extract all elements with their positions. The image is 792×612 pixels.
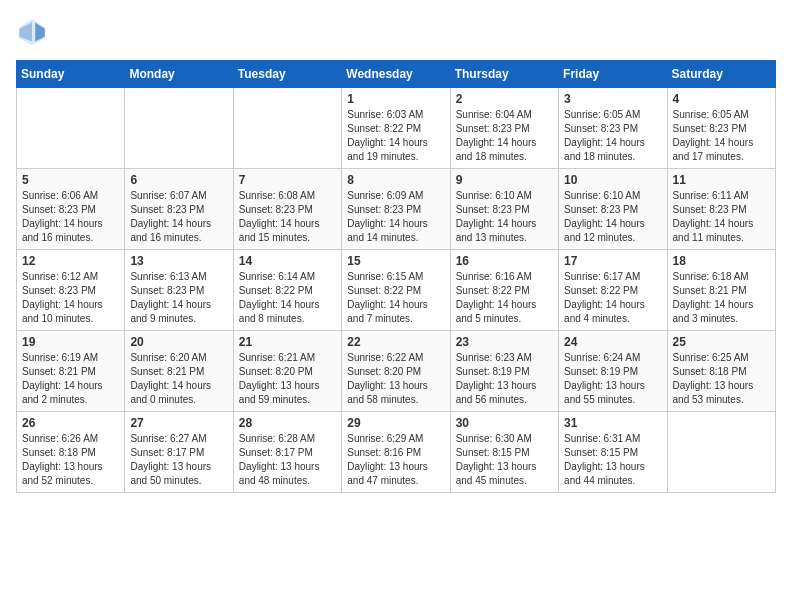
calendar-cell: 15Sunrise: 6:15 AM Sunset: 8:22 PM Dayli… (342, 250, 450, 331)
day-info: Sunrise: 6:20 AM Sunset: 8:21 PM Dayligh… (130, 351, 227, 407)
day-number: 20 (130, 335, 227, 349)
day-info: Sunrise: 6:08 AM Sunset: 8:23 PM Dayligh… (239, 189, 336, 245)
day-number: 9 (456, 173, 553, 187)
day-info: Sunrise: 6:15 AM Sunset: 8:22 PM Dayligh… (347, 270, 444, 326)
day-info: Sunrise: 6:09 AM Sunset: 8:23 PM Dayligh… (347, 189, 444, 245)
calendar-cell: 4Sunrise: 6:05 AM Sunset: 8:23 PM Daylig… (667, 88, 775, 169)
calendar-cell: 3Sunrise: 6:05 AM Sunset: 8:23 PM Daylig… (559, 88, 667, 169)
day-info: Sunrise: 6:19 AM Sunset: 8:21 PM Dayligh… (22, 351, 119, 407)
day-number: 23 (456, 335, 553, 349)
dow-header: Tuesday (233, 61, 341, 88)
calendar-cell: 2Sunrise: 6:04 AM Sunset: 8:23 PM Daylig… (450, 88, 558, 169)
day-number: 2 (456, 92, 553, 106)
day-number: 18 (673, 254, 770, 268)
calendar-cell: 22Sunrise: 6:22 AM Sunset: 8:20 PM Dayli… (342, 331, 450, 412)
calendar-cell: 9Sunrise: 6:10 AM Sunset: 8:23 PM Daylig… (450, 169, 558, 250)
day-number: 17 (564, 254, 661, 268)
day-info: Sunrise: 6:18 AM Sunset: 8:21 PM Dayligh… (673, 270, 770, 326)
day-number: 3 (564, 92, 661, 106)
calendar-week-row: 26Sunrise: 6:26 AM Sunset: 8:18 PM Dayli… (17, 412, 776, 493)
day-info: Sunrise: 6:10 AM Sunset: 8:23 PM Dayligh… (564, 189, 661, 245)
day-info: Sunrise: 6:21 AM Sunset: 8:20 PM Dayligh… (239, 351, 336, 407)
calendar-week-row: 5Sunrise: 6:06 AM Sunset: 8:23 PM Daylig… (17, 169, 776, 250)
calendar-cell: 30Sunrise: 6:30 AM Sunset: 8:15 PM Dayli… (450, 412, 558, 493)
day-number: 1 (347, 92, 444, 106)
calendar-cell: 29Sunrise: 6:29 AM Sunset: 8:16 PM Dayli… (342, 412, 450, 493)
day-number: 22 (347, 335, 444, 349)
day-number: 6 (130, 173, 227, 187)
calendar-cell: 26Sunrise: 6:26 AM Sunset: 8:18 PM Dayli… (17, 412, 125, 493)
calendar-week-row: 19Sunrise: 6:19 AM Sunset: 8:21 PM Dayli… (17, 331, 776, 412)
calendar-cell: 16Sunrise: 6:16 AM Sunset: 8:22 PM Dayli… (450, 250, 558, 331)
calendar-table: SundayMondayTuesdayWednesdayThursdayFrid… (16, 60, 776, 493)
calendar-cell (233, 88, 341, 169)
day-number: 7 (239, 173, 336, 187)
day-number: 29 (347, 416, 444, 430)
calendar-cell: 11Sunrise: 6:11 AM Sunset: 8:23 PM Dayli… (667, 169, 775, 250)
calendar-cell: 17Sunrise: 6:17 AM Sunset: 8:22 PM Dayli… (559, 250, 667, 331)
calendar-cell: 31Sunrise: 6:31 AM Sunset: 8:15 PM Dayli… (559, 412, 667, 493)
calendar-cell: 27Sunrise: 6:27 AM Sunset: 8:17 PM Dayli… (125, 412, 233, 493)
dow-header: Sunday (17, 61, 125, 88)
dow-header: Friday (559, 61, 667, 88)
calendar-cell: 10Sunrise: 6:10 AM Sunset: 8:23 PM Dayli… (559, 169, 667, 250)
day-info: Sunrise: 6:28 AM Sunset: 8:17 PM Dayligh… (239, 432, 336, 488)
dow-header: Saturday (667, 61, 775, 88)
calendar-cell: 18Sunrise: 6:18 AM Sunset: 8:21 PM Dayli… (667, 250, 775, 331)
day-info: Sunrise: 6:05 AM Sunset: 8:23 PM Dayligh… (673, 108, 770, 164)
dow-header: Monday (125, 61, 233, 88)
calendar-cell: 5Sunrise: 6:06 AM Sunset: 8:23 PM Daylig… (17, 169, 125, 250)
day-number: 27 (130, 416, 227, 430)
day-number: 15 (347, 254, 444, 268)
calendar-cell: 19Sunrise: 6:19 AM Sunset: 8:21 PM Dayli… (17, 331, 125, 412)
calendar-week-row: 1Sunrise: 6:03 AM Sunset: 8:22 PM Daylig… (17, 88, 776, 169)
day-number: 28 (239, 416, 336, 430)
day-info: Sunrise: 6:05 AM Sunset: 8:23 PM Dayligh… (564, 108, 661, 164)
calendar-week-row: 12Sunrise: 6:12 AM Sunset: 8:23 PM Dayli… (17, 250, 776, 331)
day-number: 24 (564, 335, 661, 349)
dow-header: Thursday (450, 61, 558, 88)
day-number: 11 (673, 173, 770, 187)
logo (16, 16, 52, 48)
calendar-cell (667, 412, 775, 493)
day-info: Sunrise: 6:06 AM Sunset: 8:23 PM Dayligh… (22, 189, 119, 245)
day-number: 21 (239, 335, 336, 349)
day-number: 5 (22, 173, 119, 187)
calendar-cell: 6Sunrise: 6:07 AM Sunset: 8:23 PM Daylig… (125, 169, 233, 250)
calendar-cell: 13Sunrise: 6:13 AM Sunset: 8:23 PM Dayli… (125, 250, 233, 331)
day-info: Sunrise: 6:11 AM Sunset: 8:23 PM Dayligh… (673, 189, 770, 245)
day-number: 12 (22, 254, 119, 268)
day-number: 8 (347, 173, 444, 187)
day-info: Sunrise: 6:04 AM Sunset: 8:23 PM Dayligh… (456, 108, 553, 164)
page-header (16, 16, 776, 48)
day-number: 25 (673, 335, 770, 349)
calendar-cell: 24Sunrise: 6:24 AM Sunset: 8:19 PM Dayli… (559, 331, 667, 412)
day-info: Sunrise: 6:14 AM Sunset: 8:22 PM Dayligh… (239, 270, 336, 326)
day-number: 13 (130, 254, 227, 268)
day-info: Sunrise: 6:12 AM Sunset: 8:23 PM Dayligh… (22, 270, 119, 326)
day-number: 4 (673, 92, 770, 106)
day-info: Sunrise: 6:23 AM Sunset: 8:19 PM Dayligh… (456, 351, 553, 407)
day-number: 30 (456, 416, 553, 430)
calendar-cell (17, 88, 125, 169)
day-info: Sunrise: 6:22 AM Sunset: 8:20 PM Dayligh… (347, 351, 444, 407)
calendar-cell: 12Sunrise: 6:12 AM Sunset: 8:23 PM Dayli… (17, 250, 125, 331)
calendar-cell: 14Sunrise: 6:14 AM Sunset: 8:22 PM Dayli… (233, 250, 341, 331)
calendar-cell: 7Sunrise: 6:08 AM Sunset: 8:23 PM Daylig… (233, 169, 341, 250)
day-info: Sunrise: 6:03 AM Sunset: 8:22 PM Dayligh… (347, 108, 444, 164)
calendar-cell (125, 88, 233, 169)
day-info: Sunrise: 6:17 AM Sunset: 8:22 PM Dayligh… (564, 270, 661, 326)
day-info: Sunrise: 6:27 AM Sunset: 8:17 PM Dayligh… (130, 432, 227, 488)
day-info: Sunrise: 6:29 AM Sunset: 8:16 PM Dayligh… (347, 432, 444, 488)
day-info: Sunrise: 6:24 AM Sunset: 8:19 PM Dayligh… (564, 351, 661, 407)
day-number: 16 (456, 254, 553, 268)
logo-icon (16, 16, 48, 48)
calendar-body: 1Sunrise: 6:03 AM Sunset: 8:22 PM Daylig… (17, 88, 776, 493)
calendar-cell: 21Sunrise: 6:21 AM Sunset: 8:20 PM Dayli… (233, 331, 341, 412)
day-info: Sunrise: 6:25 AM Sunset: 8:18 PM Dayligh… (673, 351, 770, 407)
day-info: Sunrise: 6:26 AM Sunset: 8:18 PM Dayligh… (22, 432, 119, 488)
calendar-cell: 1Sunrise: 6:03 AM Sunset: 8:22 PM Daylig… (342, 88, 450, 169)
day-info: Sunrise: 6:16 AM Sunset: 8:22 PM Dayligh… (456, 270, 553, 326)
calendar-cell: 23Sunrise: 6:23 AM Sunset: 8:19 PM Dayli… (450, 331, 558, 412)
day-number: 26 (22, 416, 119, 430)
